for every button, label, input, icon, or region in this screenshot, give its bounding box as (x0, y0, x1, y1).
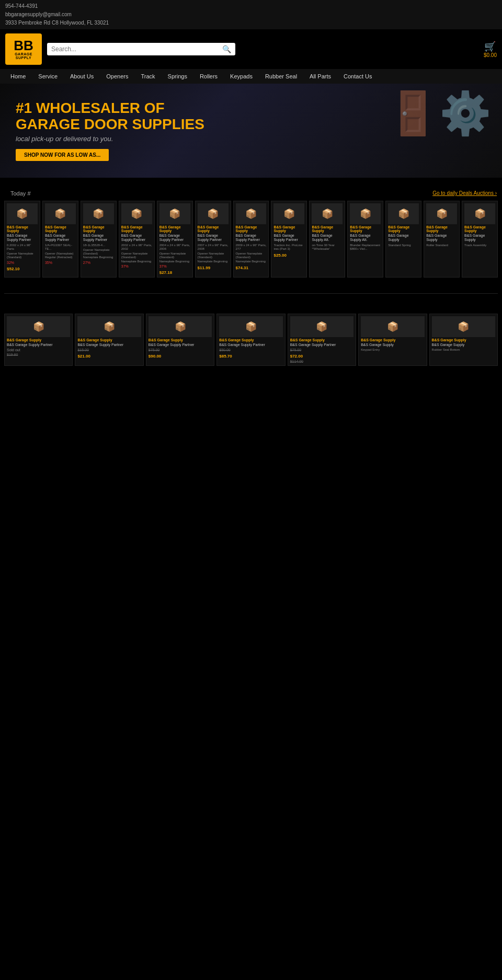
nav-all-parts[interactable]: All Parts (304, 69, 336, 84)
product-desc: Track Assembly (464, 244, 495, 247)
search-button[interactable]: 🔍 (222, 45, 231, 53)
product-card[interactable]: 📦 B&S Garage Supply B&S Garage Supply Pa… (146, 314, 214, 366)
product-card[interactable]: 📦 B&S Garage Supply B&S Garage Supply Pa… (81, 201, 117, 278)
product-image: 📦 (273, 203, 304, 224)
product-card[interactable]: 📦 B&S Garage Supply B&S Garage Supply Ke… (358, 314, 427, 366)
product-price2: $114.00 (290, 360, 353, 363)
nav-about[interactable]: About Us (65, 69, 99, 84)
product-desc: Standard Spring (388, 244, 419, 247)
product-brand: B&S Garage Supply (236, 225, 267, 233)
product-card[interactable]: 📦 B&S Garage Supply B&S Garage Supply Pa… (75, 314, 143, 366)
product-old-price: $15.00 (77, 348, 141, 352)
product-name: B&S Garage Supply Partner (45, 234, 76, 243)
product-card[interactable]: 📦 B&S Garage Supply B&S Garage Supply Pa… (288, 314, 356, 366)
product-card[interactable]: 📦 B&S Garage Supply B&S Garage Supply Pa… (157, 201, 193, 278)
address: 3933 Pembroke Rd C8 Hollywood, FL 33021 (5, 19, 497, 27)
product-card[interactable]: 📦 B&S Garage Supply B&S Garage Supply Pa… (216, 314, 285, 366)
product-old-price: $75.00 (290, 348, 353, 352)
product-name: B&S Garage Supply Partner (121, 234, 152, 243)
banner-cta-button[interactable]: SHOP NOW FOR AS LOW AS... (16, 149, 109, 161)
product-card[interactable]: 📦 B&S Garage Supply B&S Garage Supply Pa… (4, 201, 40, 278)
product-name: B&S Garage Supply Partner (290, 343, 353, 347)
product-image: 📦 (236, 203, 267, 224)
product-price: $11.99 (198, 266, 229, 270)
nav-rubber-seal[interactable]: Rubber Seal (260, 69, 302, 84)
product-image: 📦 (198, 203, 229, 224)
product-image: 📦 (159, 203, 190, 224)
products-grid-row2: 📦 B&S Garage Supply B&S Garage Supply Pa… (0, 312, 502, 368)
nav-contact[interactable]: Contact Us (338, 69, 377, 84)
nav-keypads[interactable]: Keypads (225, 69, 258, 84)
product-brand: B&S Garage Supply (219, 338, 282, 342)
product-image: 📦 (290, 316, 353, 337)
search-input[interactable] (51, 45, 222, 53)
product-card[interactable]: 📦 B&S Garage Supply B&S Garage Supply Al… (347, 201, 383, 278)
product-sub: Opener Nameplate (Standard) Nameplate Be… (159, 252, 190, 263)
product-brand: B&S Garage Supply (7, 338, 70, 342)
product-discount: 27% (83, 261, 114, 264)
product-desc: Traction Inc. ProLine ires (Part 3) (273, 244, 304, 251)
cart-icon: 🛒 (484, 41, 496, 52)
product-price: $72.00 (290, 354, 353, 359)
product-price: $85.70 (219, 354, 282, 359)
product-card[interactable]: 📦 B&S Garage Supply B&S Garage Supply Pa… (119, 201, 155, 278)
product-card[interactable]: 📦 B&S Garage Supply B&S Garage Supply Pa… (42, 201, 78, 278)
product-image: 📦 (432, 316, 495, 337)
product-name: B&S Garage Supply Partner (219, 343, 282, 347)
product-name: B&S Garage Supply Partner (273, 234, 304, 243)
hero-banner: #1 WHOLESALER OFGARAGE DOOR SUPPLIES loc… (0, 84, 502, 178)
product-price: $74.31 (236, 266, 267, 270)
product-desc: 18-1L35528-4... (83, 244, 114, 247)
product-price: $21.00 (77, 354, 141, 359)
product-brand: B&S Garage Supply (77, 338, 141, 342)
product-card-sold[interactable]: 📦 B&S Garage Supply B&S Garage Supply Pa… (4, 314, 73, 366)
product-old-price: $50.00 (219, 348, 282, 352)
cart-amount: $0.00 (484, 52, 497, 58)
cart-area[interactable]: 🛒 $0.00 (484, 41, 497, 58)
product-image: 📦 (45, 203, 76, 224)
product-sub: Opener Nameplate (Standard) (7, 252, 38, 259)
product-name: B&S Garage Supply Partner (83, 234, 114, 243)
product-brand: B&S Garage Supply (290, 338, 353, 342)
nav-springs[interactable]: Springs (163, 69, 192, 84)
product-desc: Keypad Entry (361, 348, 424, 352)
banner-subtitle: local pick-up or delivered to you. (16, 135, 204, 143)
product-sub: Opener Nameplate (Standard) Nameplate Be… (198, 252, 229, 263)
nav-track[interactable]: Track (135, 69, 160, 84)
product-card[interactable]: 📦 B&S Garage Supply B&S Garage Supply Ru… (429, 314, 498, 366)
product-card[interactable]: 📦 B&S Garage Supply B&S Garage Supply Pa… (195, 201, 231, 278)
product-card[interactable]: 📦 B&S Garage Supply B&S Garage Supply Pa… (233, 201, 269, 278)
product-name: B&S Garage Supply Partner (198, 234, 229, 243)
logo[interactable]: BB GARAGE SUPPLY (5, 33, 42, 65)
product-name: B&S Garage Supply Alt. (312, 234, 343, 243)
product-desc: Rubber Seal Bottom (432, 348, 495, 352)
phone: 954-744-4391 (5, 2, 497, 10)
product-brand: B&S Garage Supply (350, 225, 381, 233)
search-bar[interactable]: 🔍 (47, 43, 235, 55)
product-card[interactable]: 📦 B&S Garage Supply B&S Garage Supply Pa… (271, 201, 307, 278)
product-name: B&S Garage Supply Partner (236, 234, 267, 243)
product-price: $27.18 (159, 270, 190, 275)
nav-service[interactable]: Service (33, 69, 63, 84)
product-sub: Opener Nameplate (Standard) Nameplate Be… (236, 252, 267, 263)
product-card[interactable]: 📦 B&S Garage Supply B&S Garage Supply Al… (309, 201, 345, 278)
product-brand: B&S Garage Supply (432, 338, 495, 342)
product-image: 📦 (361, 316, 424, 337)
product-card[interactable]: 📦 B&S Garage Supply B&S Garage Supply Tr… (462, 201, 498, 278)
nav-home[interactable]: Home (5, 69, 31, 84)
daily-deals-link[interactable]: Go to daily Deals Auctions › (432, 190, 497, 197)
product-discount: 35% (45, 261, 76, 264)
product-price: $25.00 (273, 253, 304, 258)
product-desc: 2004 x 24 x 96" Parts, 2006 (159, 244, 190, 251)
product-name: B&S Garage Supply (432, 343, 495, 347)
nav-rollers[interactable]: Rollers (195, 69, 223, 84)
product-old-price: $75.00 (149, 348, 212, 352)
product-card[interactable]: 📦 B&S Garage Supply B&S Garage Supply St… (385, 201, 421, 278)
product-desc: 2002 x 24 x 96" Parts, 2002 (121, 244, 152, 251)
banner-decor: 🚪⚙️ (387, 89, 492, 138)
product-image: 📦 (121, 203, 152, 224)
product-card[interactable]: 📦 B&S Garage Supply B&S Garage Supply Ro… (424, 201, 460, 278)
nav-openers[interactable]: Openers (101, 69, 133, 84)
product-desc: 0.2002 x 24 x 96" Parts (7, 244, 38, 251)
product-old-price: $19.80 (7, 353, 70, 356)
